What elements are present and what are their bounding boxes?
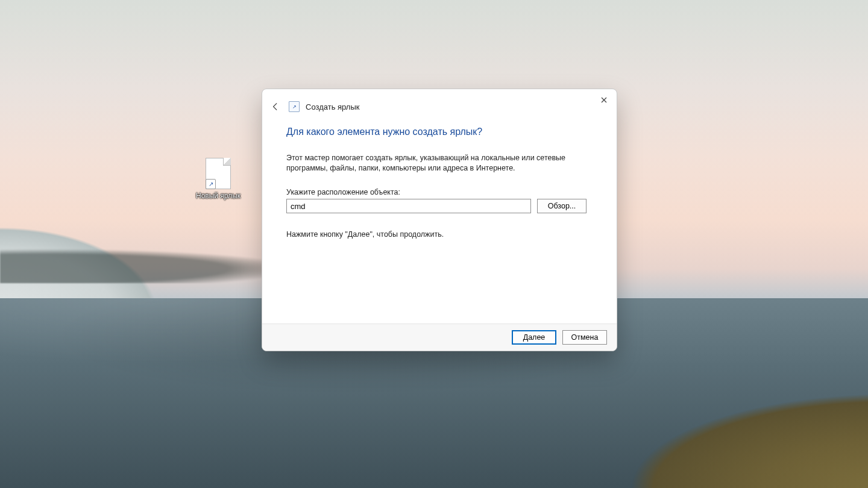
path-field-row: Обзор... xyxy=(286,199,593,213)
browse-button[interactable]: Обзор... xyxy=(537,199,587,213)
desktop-shortcut-label: Новый ярлык xyxy=(193,192,244,200)
close-icon xyxy=(601,97,607,103)
create-shortcut-dialog: Создать ярлык Для какого элемента нужно … xyxy=(262,89,617,351)
dialog-heading: Для какого элемента нужно создать ярлык? xyxy=(286,127,593,137)
cancel-button[interactable]: Отмена xyxy=(562,330,607,345)
shortcut-arrow-icon: ↗ xyxy=(206,179,216,189)
dialog-footer: Далее Отмена xyxy=(262,324,617,351)
dialog-hint: Нажмите кнопку "Далее", чтобы продолжить… xyxy=(286,230,593,239)
shortcut-wizard-icon xyxy=(289,101,300,112)
path-input[interactable] xyxy=(286,199,531,213)
dialog-title: Создать ярлык xyxy=(306,102,359,111)
desktop-shortcut-new[interactable]: ↗ Новый ярлык xyxy=(193,158,244,200)
back-arrow-icon xyxy=(271,102,280,111)
wallpaper-grass xyxy=(458,331,868,488)
path-field-label: Укажите расположение объекта: xyxy=(286,188,593,196)
dialog-header: Создать ярлык xyxy=(262,89,617,118)
dialog-description: Этот мастер помогает создать ярлык, указ… xyxy=(286,153,588,174)
next-button[interactable]: Далее xyxy=(512,330,556,345)
back-button[interactable] xyxy=(268,99,283,114)
close-button[interactable] xyxy=(595,93,613,107)
dialog-body: Для какого элемента нужно создать ярлык?… xyxy=(262,118,617,324)
file-icon: ↗ xyxy=(206,158,231,189)
